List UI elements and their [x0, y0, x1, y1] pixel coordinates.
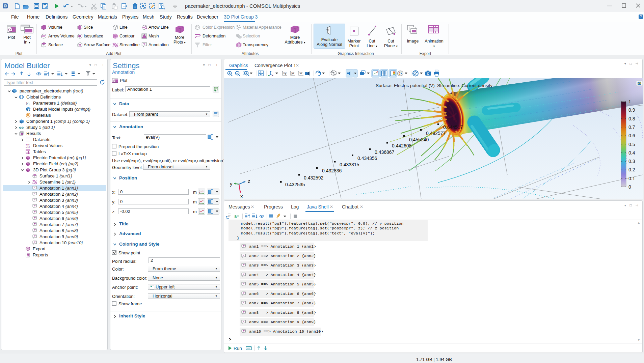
- svg-text:xz: xz: [299, 72, 303, 75]
- svg-text:Run: Run: [234, 346, 242, 351]
- svg-text:y: y: [230, 181, 233, 187]
- svg-text:0.5: 0.5: [628, 142, 635, 147]
- svg-text:0.492577: 0.492577: [426, 131, 446, 136]
- svg-text:0.7: 0.7: [628, 124, 635, 130]
- svg-text:0.432592: 0.432592: [304, 175, 324, 180]
- svg-text:0.6: 0.6: [628, 133, 635, 138]
- svg-text:xy: xy: [283, 72, 287, 75]
- svg-text:0: 0: [628, 184, 631, 190]
- svg-text:0.1: 0.1: [628, 176, 635, 181]
- svg-text:0.432535: 0.432535: [285, 182, 305, 187]
- svg-text:0.8: 0.8: [628, 116, 635, 121]
- svg-text:0.9: 0.9: [628, 107, 635, 113]
- svg-text:0.3: 0.3: [628, 159, 635, 164]
- svg-text:0.436867: 0.436867: [375, 149, 395, 155]
- svg-text:x: x: [240, 193, 243, 199]
- svg-text:Surface: Electric potential (V: Surface: Electric potential (V) Streamli…: [376, 83, 492, 88]
- svg-text:0.455240: 0.455240: [409, 137, 429, 142]
- svg-text:0.432836: 0.432836: [322, 168, 342, 173]
- svg-text:0.644517: 0.644517: [443, 124, 463, 130]
- svg-text:0.433315: 0.433315: [340, 162, 359, 167]
- svg-text:0.442608: 0.442608: [392, 143, 412, 148]
- svg-text:0.4: 0.4: [628, 150, 635, 156]
- svg-text:0.2: 0.2: [628, 167, 635, 172]
- svg-text:1: 1: [628, 99, 631, 104]
- svg-text:yz: yz: [291, 72, 295, 75]
- svg-text:z: z: [248, 178, 250, 184]
- svg-text:0.434356: 0.434356: [357, 156, 377, 161]
- svg-text:a=: a=: [234, 214, 239, 219]
